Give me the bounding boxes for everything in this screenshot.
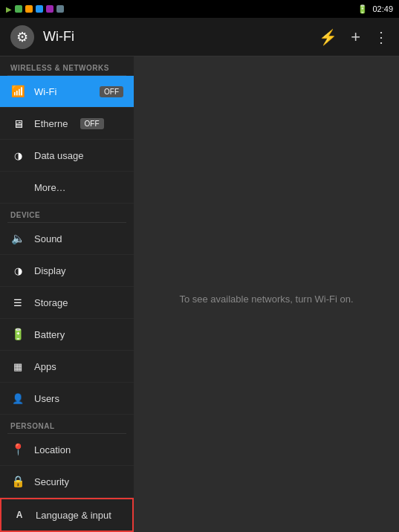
sidebar-item-wifi[interactable]: 📶 Wi-Fi OFF [0, 76, 134, 108]
more-label: More… [34, 182, 66, 193]
storage-icon: ☰ [10, 295, 25, 310]
clock: 02:49 [372, 4, 393, 13]
page-title: Wi-Fi [43, 29, 310, 45]
app-container: WIRELESS & NETWORKS 📶 Wi-Fi OFF 🖥 Ethern… [0, 56, 399, 532]
language-icon: A [12, 507, 27, 522]
app-icon-1 [15, 5, 22, 13]
location-icon: 📍 [10, 442, 25, 457]
settings-gear-icon: ⚙ [10, 25, 34, 49]
wifi-icon: 📶 [10, 84, 25, 99]
users-label: Users [34, 393, 59, 404]
data-usage-icon: ◑ [10, 148, 25, 163]
more-icon [10, 180, 25, 195]
wifi-label: Wi-Fi [34, 86, 56, 97]
sidebar-item-apps[interactable]: ▦ Apps [0, 351, 134, 383]
location-label: Location [34, 444, 71, 455]
sidebar-item-ethernet[interactable]: 🖥 Etherne OFF [0, 108, 134, 140]
status-bar: ▶ 🔋 02:49 [0, 0, 399, 18]
main-content: To see available networks, turn Wi-Fi on… [134, 56, 399, 532]
sidebar-item-display[interactable]: ◑ Display [0, 255, 134, 287]
sidebar-item-language[interactable]: A Language & input [0, 498, 134, 532]
language-label: Language & input [36, 510, 111, 521]
display-icon: ◑ [10, 263, 25, 278]
sidebar: WIRELESS & NETWORKS 📶 Wi-Fi OFF 🖥 Ethern… [0, 56, 134, 532]
battery-sidebar-icon: 🔋 [10, 327, 25, 342]
sidebar-item-storage[interactable]: ☰ Storage [0, 287, 134, 319]
apps-label: Apps [34, 361, 56, 372]
add-icon[interactable]: + [351, 27, 360, 47]
section-wireless-networks: WIRELESS & NETWORKS [0, 56, 134, 75]
section-personal: PERSONAL [0, 415, 134, 433]
sidebar-item-battery[interactable]: 🔋 Battery [0, 319, 134, 351]
app-icon-4 [46, 5, 53, 13]
apps-icon: ▦ [10, 359, 25, 374]
security-icon: 🔒 [10, 474, 25, 489]
ethernet-toggle[interactable]: OFF [80, 118, 104, 129]
more-options-icon[interactable]: ⋮ [374, 28, 389, 46]
data-usage-label: Data usage [34, 150, 84, 161]
section-device: DEVICE [0, 204, 134, 222]
security-label: Security [34, 476, 69, 487]
sidebar-item-sound[interactable]: 🔈 Sound [0, 223, 134, 255]
flash-icon[interactable]: ⚡ [319, 28, 337, 46]
wifi-off-message: To see available networks, turn Wi-Fi on… [179, 293, 353, 305]
battery-label: Battery [34, 329, 65, 340]
app-icon-2 [25, 5, 33, 13]
display-label: Display [34, 265, 66, 276]
ethernet-label: Etherne [34, 118, 68, 129]
app-icon-5 [56, 5, 64, 13]
status-icons-left: ▶ [6, 5, 64, 13]
battery-icon: 🔋 [357, 4, 368, 14]
sidebar-item-location[interactable]: 📍 Location [0, 434, 134, 466]
sidebar-item-users[interactable]: 👤 Users [0, 383, 134, 415]
sound-icon: 🔈 [10, 231, 25, 246]
app-header: ⚙ Wi-Fi ⚡ + ⋮ [0, 18, 399, 56]
users-icon: 👤 [10, 391, 25, 406]
sidebar-item-security[interactable]: 🔒 Security [0, 466, 134, 498]
sidebar-item-more[interactable]: More… [0, 172, 134, 204]
wifi-toggle[interactable]: OFF [100, 86, 123, 97]
app-icon-3 [36, 5, 43, 13]
sound-label: Sound [34, 233, 62, 244]
ethernet-icon: 🖥 [10, 116, 25, 131]
sidebar-item-data-usage[interactable]: ◑ Data usage [0, 140, 134, 172]
storage-label: Storage [34, 297, 68, 308]
header-icons: ⚡ + ⋮ [319, 27, 389, 47]
status-icons-right: 🔋 02:49 [357, 4, 393, 14]
